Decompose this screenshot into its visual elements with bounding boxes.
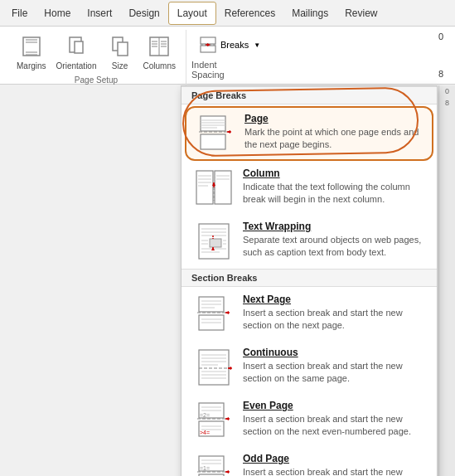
orientation-label: Orientation — [56, 61, 97, 70]
ruler-number-0: 0 — [439, 85, 455, 97]
size-button[interactable]: Size — [104, 32, 137, 72]
ruler: 0 8 — [438, 85, 455, 476]
odd-page-break-desc: Insert a section break and start the new… — [243, 466, 425, 476]
continuous-break-icon — [193, 347, 235, 388]
text-wrapping-break-text: Text Wrapping Separate text around objec… — [243, 221, 425, 259]
breaks-dropdown-arrow: ▼ — [254, 41, 260, 49]
menu-design[interactable]: Design — [120, 2, 167, 24]
svg-rect-6 — [75, 41, 83, 53]
even-page-break-icon: =2= >4= — [193, 400, 235, 441]
orientation-button[interactable]: Orientation — [53, 32, 100, 72]
orientation-icon — [63, 33, 90, 60]
even-page-break-item[interactable]: =2= >4= Even Page Insert a section break… — [185, 395, 433, 446]
svg-rect-19 — [201, 46, 215, 52]
page-setup-label: Page Setup — [75, 74, 118, 85]
menu-layout[interactable]: Layout — [168, 2, 216, 25]
odd-page-break-icon: =1= >3= — [193, 453, 235, 476]
menu-home[interactable]: Home — [36, 2, 79, 24]
size-icon — [107, 33, 133, 60]
text-wrapping-break-name: Text Wrapping — [243, 221, 425, 232]
ribbon: Margins Orientation Size — [0, 27, 455, 85]
breaks-button[interactable]: Breaks ▼ — [191, 33, 268, 56]
next-page-break-item[interactable]: Next Page Insert a section break and sta… — [185, 289, 433, 340]
svg-rect-24 — [201, 134, 225, 149]
menu-insert[interactable]: Insert — [79, 2, 120, 24]
even-page-break-desc: Insert a section break and start the new… — [243, 413, 425, 438]
page-break-icon — [195, 113, 236, 154]
continuous-break-desc: Insert a section break and start the new… — [243, 360, 425, 385]
svg-text:=1=: =1= — [200, 465, 210, 471]
page-break-name: Page — [244, 113, 424, 124]
menu-bar: File Home Insert Design Layout Reference… — [0, 0, 455, 27]
svg-rect-46 — [210, 239, 221, 247]
menu-references[interactable]: References — [216, 2, 283, 24]
next-page-break-name: Next Page — [243, 294, 425, 305]
continuous-break-name: Continuous — [243, 347, 425, 358]
page-setup-group: Margins Orientation Size — [7, 30, 186, 86]
svg-rect-8 — [118, 42, 128, 56]
columns-icon — [146, 33, 172, 60]
continuous-break-text: Continuous Insert a section break and st… — [243, 347, 425, 385]
even-page-break-name: Even Page — [243, 400, 425, 411]
menu-review[interactable]: Review — [336, 2, 385, 24]
size-label: Size — [112, 61, 128, 70]
ruler-top-num: 0 — [438, 32, 443, 41]
columns-label: Columns — [143, 61, 176, 70]
margins-label: Margins — [17, 61, 46, 70]
svg-text:=2=: =2= — [200, 412, 210, 418]
svg-text:>4=: >4= — [200, 430, 210, 435]
continuous-break-item[interactable]: Continuous Insert a section break and st… — [185, 342, 433, 393]
column-break-icon — [193, 168, 235, 209]
even-page-break-text: Even Page Insert a section break and sta… — [243, 400, 425, 438]
indent-label: Indent — [191, 60, 268, 70]
breaks-icon — [199, 36, 217, 54]
next-page-break-desc: Insert a section break and start the new… — [243, 307, 425, 332]
odd-page-break-text: Odd Page Insert a section break and star… — [243, 453, 425, 476]
section-breaks-header: Section Breaks — [182, 269, 437, 287]
margins-icon — [18, 33, 45, 60]
page-break-desc: Mark the point at which one page ends an… — [244, 126, 424, 151]
menu-file[interactable]: File — [3, 2, 36, 24]
odd-page-break-item[interactable]: =1= >3= Odd Page Insert a section break … — [185, 448, 433, 476]
next-page-break-text: Next Page Insert a section break and sta… — [243, 294, 425, 332]
column-break-text: Column Indicate that the text following … — [243, 168, 425, 206]
text-wrapping-break-desc: Separate text around objects on web page… — [243, 234, 425, 259]
page-break-item[interactable]: Page Mark the point at which one page en… — [185, 106, 433, 161]
text-wrapping-break-icon — [193, 221, 235, 262]
page-setup-icons: Margins Orientation Size — [13, 32, 179, 72]
column-break-name: Column — [243, 168, 425, 179]
ruler-number-8: 8 — [439, 97, 455, 109]
menu-mailings[interactable]: Mailings — [283, 2, 336, 24]
column-break-item[interactable]: Column Indicate that the text following … — [185, 163, 433, 214]
odd-page-break-name: Odd Page — [243, 453, 425, 464]
page-breaks-header: Page Breaks — [182, 86, 437, 104]
breaks-top: Breaks ▼ — [199, 36, 260, 54]
next-page-break-icon — [193, 294, 235, 335]
columns-button[interactable]: Columns — [140, 32, 179, 72]
margins-button[interactable]: Margins — [13, 32, 50, 72]
ruler-bot-num: 8 — [438, 69, 443, 79]
page-break-text: Page Mark the point at which one page en… — [244, 113, 424, 151]
svg-rect-22 — [201, 116, 225, 131]
svg-rect-17 — [201, 37, 215, 44]
spacing-label: Spacing — [191, 70, 268, 80]
text-wrapping-break-item[interactable]: Text Wrapping Separate text around objec… — [185, 216, 433, 267]
column-break-desc: Indicate that the text following the col… — [243, 181, 425, 206]
breaks-dropdown-panel: Page Breaks Page Mark the point at which… — [181, 85, 438, 476]
breaks-label: Breaks — [220, 40, 249, 50]
